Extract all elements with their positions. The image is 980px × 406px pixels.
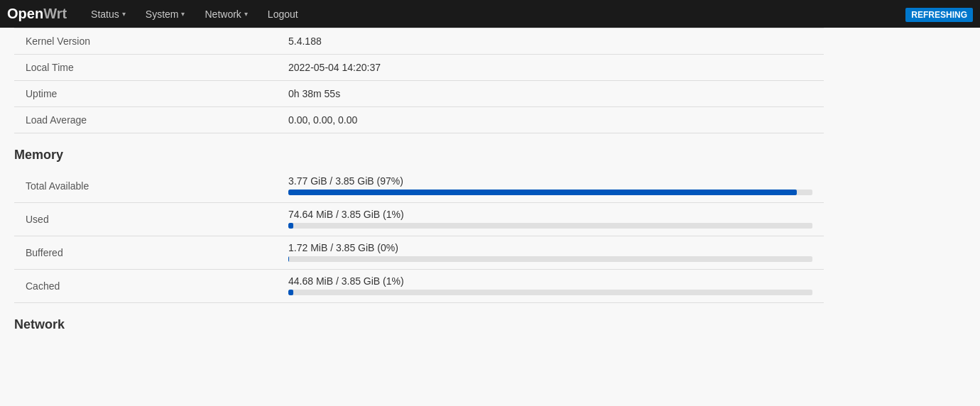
network-section-heading: Network [14,303,824,339]
system-label: System [146,9,179,20]
nav-status[interactable]: Status ▾ [81,0,136,28]
cached-label: Cached [14,270,277,302]
used-label: Used [14,203,277,236]
kernel-version-row: Kernel Version 5.4.188 [14,28,824,55]
used-value: 74.64 MiB / 3.85 GiB (1%) [288,209,812,220]
load-average-row: Load Average 0.00, 0.00, 0.00 [14,107,824,133]
cached-row: Cached 44.68 MiB / 3.85 GiB (1%) [14,270,824,303]
used-progress-bar-bg [288,223,812,229]
total-available-row: Total Available 3.77 GiB / 3.85 GiB (97%… [14,170,824,203]
status-chevron-icon: ▾ [122,10,126,18]
refreshing-badge: REFRESHING [905,8,973,22]
network-label: Network [205,9,241,20]
navbar: OpenWrt Status ▾ System ▾ Network ▾ Logo… [0,0,980,28]
local-time-value: 2022-05-04 14:20:37 [277,55,824,80]
uptime-row: Uptime 0h 38m 55s [14,81,824,107]
brand-wrt: Wrt [43,6,67,21]
buffered-label: Buffered [14,236,277,269]
status-label: Status [91,9,119,20]
total-available-progress-bar-bg [288,190,812,195]
total-available-progress-bar-fill [288,190,797,195]
cached-value: 44.68 MiB / 3.85 GiB (1%) [288,275,812,287]
kernel-version-label: Kernel Version [14,28,277,54]
local-time-label: Local Time [14,55,277,80]
total-available-progress-container: 3.77 GiB / 3.85 GiB (97%) [277,170,824,202]
logout-label: Logout [268,9,298,20]
buffered-progress-bar-fill [288,256,289,262]
local-time-row: Local Time 2022-05-04 14:20:37 [14,55,824,81]
system-chevron-icon: ▾ [181,10,185,18]
cached-progress-bar-bg [288,290,812,295]
used-row: Used 74.64 MiB / 3.85 GiB (1%) [14,203,824,236]
uptime-label: Uptime [14,81,277,106]
load-average-value: 0.00, 0.00, 0.00 [277,107,824,133]
memory-section-heading: Memory [14,133,824,170]
network-chevron-icon: ▾ [244,10,248,18]
uptime-value: 0h 38m 55s [277,81,824,106]
used-progress-container: 74.64 MiB / 3.85 GiB (1%) [277,203,824,236]
nav-logout[interactable]: Logout [258,0,308,28]
buffered-row: Buffered 1.72 MiB / 3.85 GiB (0%) [14,236,824,270]
used-progress-bar-fill [288,223,293,229]
main-content: Kernel Version 5.4.188 Local Time 2022-0… [0,28,838,353]
nav-system[interactable]: System ▾ [136,0,195,28]
nav-right: REFRESHING [905,9,973,20]
brand-logo[interactable]: OpenWrt [7,6,67,22]
buffered-progress-bar-bg [288,256,812,262]
kernel-version-value: 5.4.188 [277,28,824,54]
total-available-value: 3.77 GiB / 3.85 GiB (97%) [288,175,812,187]
nav-items: Status ▾ System ▾ Network ▾ Logout [81,0,905,28]
cached-progress-bar-fill [288,290,293,295]
buffered-value: 1.72 MiB / 3.85 GiB (0%) [288,242,812,253]
total-available-label: Total Available [14,170,277,202]
nav-network[interactable]: Network ▾ [195,0,257,28]
cached-progress-container: 44.68 MiB / 3.85 GiB (1%) [277,270,824,302]
buffered-progress-container: 1.72 MiB / 3.85 GiB (0%) [277,236,824,269]
brand-open: Open [7,6,43,21]
load-average-label: Load Average [14,107,277,133]
